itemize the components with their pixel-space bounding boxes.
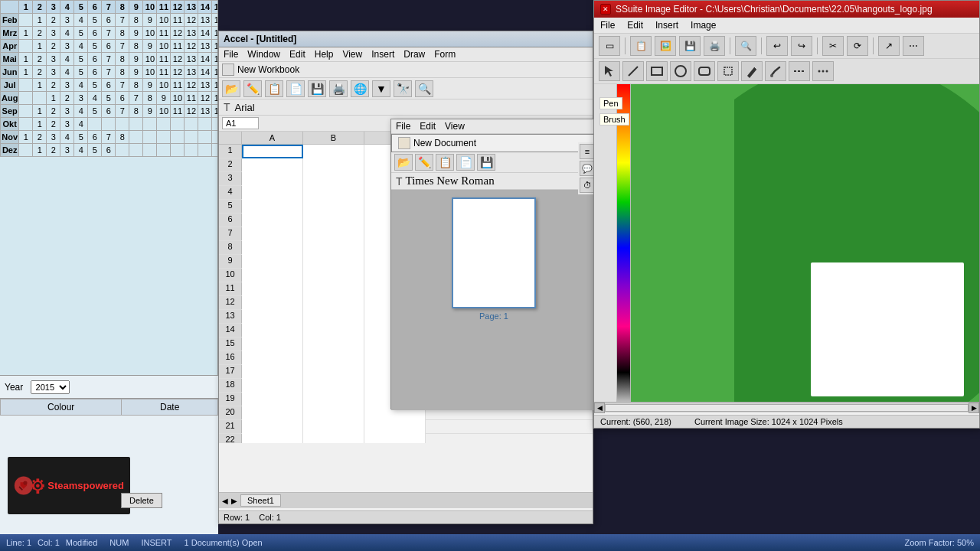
calendar-header-month: [1, 1, 19, 14]
cell-a2[interactable]: [242, 158, 303, 172]
color-panel[interactable]: [617, 84, 631, 412]
ie-crop-btn[interactable]: [717, 61, 739, 81]
toolbar-print-btn[interactable]: 🖨️: [329, 80, 348, 97]
image-canvas[interactable]: [631, 84, 979, 412]
ie-copy-btn[interactable]: 📋: [630, 36, 652, 56]
global-statusbar: Line: 1 Col: 1 Modified NUM INSERT 1 Doc…: [0, 534, 980, 551]
ie-pen-tool-btn[interactable]: [741, 61, 763, 81]
toolbar-edit-btn[interactable]: ✏️: [243, 80, 262, 97]
svg-rect-15: [699, 67, 710, 75]
toolbar-dropdown-btn[interactable]: ▼: [372, 80, 390, 97]
sheet-tabs: ◀ ▶ Sheet1: [219, 492, 593, 508]
spreadsheet-statusbar: Row: 1 Col: 1: [219, 510, 593, 523]
ie-rect-btn[interactable]: [646, 61, 668, 81]
image-editor-title: SSuite Image Editor - C:\Users\Christian…: [616, 4, 933, 15]
cell-b2[interactable]: [303, 158, 364, 172]
menu-file[interactable]: File: [224, 49, 238, 60]
ie-print-btn[interactable]: 🖨️: [704, 36, 725, 56]
toolbar-paste-btn[interactable]: 📄: [286, 80, 305, 97]
ie-rotate-btn[interactable]: ⟳: [847, 36, 868, 56]
cell-reference-input[interactable]: [222, 117, 259, 129]
ie-menu-insert[interactable]: Insert: [655, 20, 678, 31]
svg-line-12: [629, 67, 638, 76]
ie-arrow-btn[interactable]: ↗: [878, 36, 900, 56]
new-doc-label[interactable]: New Document: [413, 138, 476, 148]
image-editor-close-btn[interactable]: ✕: [600, 4, 611, 15]
svg-point-3: [36, 484, 40, 487]
month-mrz: Mrz: [1, 27, 19, 40]
ie-diagonal-line-btn[interactable]: [622, 61, 644, 81]
ie-redo-btn[interactable]: ↪: [791, 36, 812, 56]
calendar-col-1: 1: [19, 1, 33, 14]
menu-draw[interactable]: Draw: [403, 49, 425, 60]
ie-more-tools-btn[interactable]: [812, 61, 834, 81]
scroll-track[interactable]: [605, 404, 969, 412]
menu-form[interactable]: Form: [434, 49, 456, 60]
ie-menu-image[interactable]: Image: [691, 20, 716, 31]
spreadsheet-menubar: File Window Edit Help View Insert Draw F…: [219, 47, 593, 62]
writer-font-type-icon: T: [396, 175, 403, 187]
ie-dashed-line-btn[interactable]: [789, 61, 810, 81]
sidebar-comment-btn[interactable]: 💬: [580, 161, 595, 176]
toolbar-save-btn[interactable]: 💾: [308, 80, 326, 97]
ie-circle-btn[interactable]: [670, 61, 691, 81]
ie-menu-edit[interactable]: Edit: [627, 20, 643, 31]
new-workbook-label[interactable]: New Workbook: [237, 64, 299, 75]
scroll-right-btn[interactable]: ▶: [969, 403, 979, 413]
toolbar-open-btn[interactable]: 📂: [222, 80, 240, 97]
cell-b1[interactable]: [303, 145, 364, 158]
toolbar-binoculars-btn[interactable]: 🔍: [415, 80, 433, 97]
image-editor-menubar: File Edit Insert Image: [594, 18, 979, 34]
writer-save-btn[interactable]: 💾: [477, 154, 495, 171]
toolbar-search-btn[interactable]: 🔭: [394, 80, 412, 97]
ie-menu-file[interactable]: File: [600, 20, 615, 31]
sheet-nav-prev[interactable]: ◀: [222, 497, 228, 505]
ie-cut-btn[interactable]: ✂: [822, 36, 844, 56]
cell-a3[interactable]: [242, 172, 303, 186]
writer-paste-btn[interactable]: 📄: [456, 154, 475, 171]
sidebar-document-btn[interactable]: ≡: [580, 144, 595, 159]
ie-cursor-btn[interactable]: [599, 61, 620, 81]
writer-edit-btn[interactable]: ✏️: [415, 154, 433, 171]
svg-rect-16: [724, 67, 732, 75]
new-workbook-icon: [222, 64, 234, 76]
cell-a1[interactable]: [242, 145, 303, 158]
ie-extra-btn[interactable]: ⋯: [903, 36, 924, 56]
menu-window[interactable]: Window: [247, 49, 280, 60]
year-select[interactable]: 2015 2014 2016: [31, 380, 70, 394]
ie-zoom-btn[interactable]: 🔍: [735, 36, 756, 56]
cell-a4[interactable]: [242, 186, 303, 200]
writer-menu-view[interactable]: View: [445, 121, 465, 132]
cell-b3[interactable]: [303, 172, 364, 186]
sidebar-history-btn[interactable]: ⏱: [580, 178, 595, 193]
menu-insert[interactable]: Insert: [371, 49, 394, 60]
writer-copy-btn[interactable]: 📋: [436, 154, 454, 171]
toolbar-web-btn[interactable]: 🌐: [351, 80, 369, 97]
colour-header: Colour: [1, 399, 122, 416]
menu-help[interactable]: Help: [315, 49, 334, 60]
ie-paste-btn[interactable]: 🖼️: [655, 36, 676, 56]
image-editor-main: Pen Brush: [594, 84, 979, 412]
ie-save-btn[interactable]: 💾: [679, 36, 701, 56]
toolbar-copy-btn[interactable]: 📋: [265, 80, 283, 97]
horizontal-scrollbar[interactable]: ◀ ▶: [594, 402, 979, 412]
sheet-tab-1[interactable]: Sheet1: [240, 494, 281, 507]
delete-button[interactable]: Delete: [121, 493, 162, 508]
month-feb: Feb: [1, 14, 19, 27]
writer-menu-edit[interactable]: Edit: [420, 121, 436, 132]
writer-open-btn[interactable]: 📂: [394, 154, 413, 171]
ie-undo-btn[interactable]: ↩: [766, 36, 788, 56]
ie-rounded-rect-btn[interactable]: [694, 61, 715, 81]
cell-b4[interactable]: [303, 186, 364, 200]
col-header-a[interactable]: A: [242, 132, 303, 144]
col-header-b[interactable]: B: [303, 132, 364, 144]
menu-edit[interactable]: Edit: [289, 49, 305, 60]
status-zoom: Zoom Factor: 50%: [905, 538, 974, 547]
ie-brush-tool-btn[interactable]: [765, 61, 786, 81]
year-selector: Year 2015 2014 2016: [0, 375, 218, 399]
ie-select-btn[interactable]: ▭: [599, 36, 620, 56]
sheet-nav-next[interactable]: ▶: [231, 497, 237, 505]
menu-view[interactable]: View: [342, 49, 362, 60]
scroll-left-btn[interactable]: ◀: [594, 403, 605, 413]
writer-menu-file[interactable]: File: [396, 121, 410, 132]
